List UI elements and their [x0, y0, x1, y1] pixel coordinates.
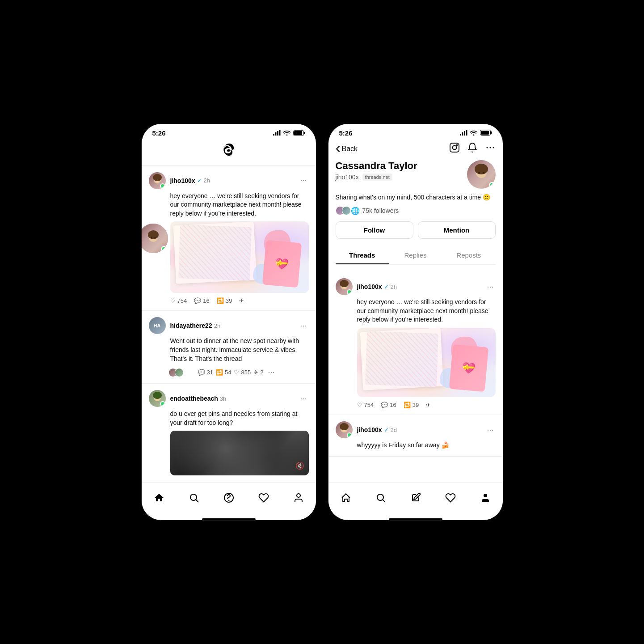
svg-rect-25 [481, 131, 489, 135]
repost-icon: 🔁 [217, 297, 224, 304]
svg-point-8 [148, 230, 159, 239]
nav-home-1[interactable] [149, 488, 169, 508]
nav-profile-2[interactable] [476, 488, 495, 508]
avatar-endo[interactable] [149, 390, 166, 407]
status-bar-1: 5:26 [142, 124, 316, 139]
verified-p2: ✓ [384, 427, 389, 433]
svg-rect-26 [491, 131, 492, 134]
more-p2[interactable]: ··· [485, 425, 495, 435]
svg-rect-0 [273, 134, 274, 136]
nav-heart-1[interactable] [254, 488, 274, 508]
tab-reposts[interactable]: Reposts [442, 246, 495, 264]
svg-point-31 [489, 147, 491, 148]
post-text-p2: whyyyyy is Friday so far away 🍰 [357, 441, 496, 450]
home-bar-1 [202, 518, 256, 520]
threads-badge: threads.net [362, 174, 392, 181]
wifi-icon-2 [470, 129, 477, 137]
signal-icon [273, 129, 281, 137]
threads-header [142, 139, 316, 166]
svg-point-40 [340, 423, 349, 430]
nav-search-2[interactable] [371, 488, 391, 508]
comment-p1[interactable]: 💬 16 [381, 402, 396, 408]
bell-icon[interactable] [467, 142, 478, 156]
tab-threads[interactable]: Threads [336, 246, 389, 264]
nav-compose-2[interactable] [406, 488, 425, 508]
share-icon-p1: ✈ [426, 402, 431, 408]
like-btn-1[interactable]: ♡ 754 [170, 297, 187, 304]
avatar-jiho[interactable] [149, 172, 166, 189]
tab-replies[interactable]: Replies [389, 246, 442, 264]
post-content-2: Went out to dinner at the new spot nearb… [170, 337, 309, 363]
svg-point-41 [377, 494, 383, 500]
username-2: hidayathere22 [170, 322, 212, 329]
repost-icon-2: 🔁 [216, 369, 223, 376]
more-options-1[interactable]: ··· [298, 176, 308, 185]
like-p1[interactable]: ♡ 754 [357, 402, 374, 408]
profile-bio: Sharing what's on my mind, 500 character… [336, 193, 496, 202]
more-icon[interactable] [485, 142, 496, 156]
profile-header: Back [328, 139, 503, 160]
verified-p1: ✓ [384, 284, 389, 290]
svg-point-30 [486, 147, 488, 148]
followers-avatars [336, 206, 348, 215]
share-btn-1[interactable]: ✈ [239, 297, 244, 304]
share-p1[interactable]: ✈ [426, 402, 431, 408]
profile-avatar[interactable] [467, 160, 496, 189]
comment-btn-2[interactable]: 💬 31 [198, 369, 213, 376]
more-p1[interactable]: ··· [485, 282, 495, 292]
nav-compose-1[interactable] [219, 488, 239, 508]
post-actions-2: 💬 31 🔁 54 ♡ 855 [170, 368, 309, 377]
nav-profile-1[interactable] [289, 488, 308, 508]
globe-icon: 🌐 [351, 207, 360, 215]
time-3-post: 3h [220, 395, 226, 402]
svg-line-42 [383, 500, 385, 503]
post-header-2: HA hidayathere22 2h ··· [149, 317, 309, 334]
share-btn-2[interactable]: ✈ 2 [253, 369, 263, 376]
nav-home-2[interactable] [336, 488, 356, 508]
profile-top: Cassandra Taylor jiho100x threads.net [336, 160, 496, 189]
comment-icon: 💬 [194, 297, 201, 304]
profile-post-header-2: jiho100x ✓ 2d ··· [336, 421, 496, 438]
nav-search-1[interactable] [184, 488, 204, 508]
repost-p1[interactable]: 🔁 39 [404, 402, 419, 408]
more-options-2[interactable]: ··· [298, 321, 308, 330]
svg-point-10 [154, 237, 156, 238]
svg-point-36 [483, 172, 484, 174]
svg-rect-2 [277, 131, 278, 136]
avatar-hidaya[interactable]: HA [149, 317, 166, 334]
post-text-p1: hey everyone … we're still seeking vendo… [357, 298, 496, 324]
verified-icon-1: ✓ [197, 177, 202, 184]
svg-rect-3 [279, 130, 280, 136]
online-dot-p1 [347, 289, 352, 295]
svg-point-35 [478, 172, 480, 174]
time-2: 5:26 [339, 129, 353, 137]
status-bar-2: 5:26 [328, 124, 503, 139]
heart-icon: ♡ [170, 297, 176, 304]
repost-btn-2[interactable]: 🔁 54 [216, 369, 231, 376]
svg-point-43 [484, 494, 487, 497]
like-btn-2[interactable]: ♡ 855 [234, 369, 251, 376]
avatar-profile-1[interactable] [336, 278, 353, 295]
svg-point-19 [297, 494, 300, 497]
comment-btn-1[interactable]: 💬 16 [194, 297, 209, 304]
back-button[interactable]: Back [336, 145, 358, 153]
followers-row: 🌐 75k followers [336, 206, 496, 215]
battery-icon-2 [480, 129, 492, 137]
nav-heart-2[interactable] [441, 488, 460, 508]
status-icons-2 [460, 129, 492, 137]
more-options-3[interactable]: ··· [298, 394, 308, 403]
share-icon-2: ✈ [253, 369, 258, 376]
online-dot-3 [160, 401, 165, 407]
profile-post-1: jiho100x ✓ 2h ··· hey everyone … we're s… [328, 272, 503, 415]
avatar-profile-2[interactable] [336, 421, 353, 438]
profile-handle: jiho100x [336, 174, 359, 181]
more-actions-2[interactable]: ··· [266, 368, 276, 377]
instagram-icon[interactable] [449, 142, 460, 156]
time-p2: 2d [391, 427, 397, 433]
repost-btn-1[interactable]: 🔁 39 [217, 297, 232, 304]
profile-info: Cassandra Taylor jiho100x threads.net [336, 160, 417, 184]
mention-button[interactable]: Mention [418, 221, 496, 239]
follow-button[interactable]: Follow [336, 221, 413, 239]
featured-avatar-overlap[interactable] [142, 222, 169, 254]
share-icon: ✈ [239, 297, 244, 304]
